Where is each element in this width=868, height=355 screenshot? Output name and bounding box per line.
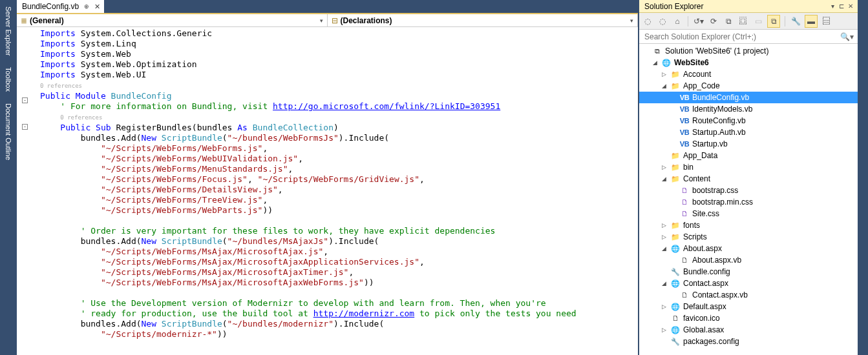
file-contact-aspx-vb[interactable]: 🗋Contact.aspx.vb [639,289,858,301]
server-explorer-tab[interactable]: Server Explorer [5,6,12,56]
properties-button[interactable]: 🔧 [790,15,801,27]
folder-scripts[interactable]: ▷📁Scripts [639,231,858,243]
right-rail [858,0,868,355]
members-label: (Declarations) [341,16,392,25]
file-contact-aspx[interactable]: ◢🌐Contact.aspx [639,278,858,289]
file-packages-config[interactable]: 🔧packages.config [639,336,858,347]
folder-appdata[interactable]: 📁App_Data [639,150,858,161]
collapse-all-button[interactable]: ⧉ [723,15,734,27]
search-icon[interactable]: 🔍▾ [840,32,854,41]
file-favicon[interactable]: 🗋favicon.ico [639,312,858,324]
toolbox-tab[interactable]: Toolbox [5,67,12,92]
file-bootstrap-css[interactable]: 🗋bootstrap.css [639,185,858,196]
panel-title: Solution Explorer [644,2,828,11]
sync-button[interactable]: ↺▾ [693,15,704,27]
solution-explorer-panel: Solution Explorer ▾ ⊏ ✕ ◌ ◌ ⌂ ↺▾ ⟳ ⧉ ⿴ ▭… [638,0,858,355]
file-bundle-config[interactable]: 🔧Bundle.config [639,266,858,278]
view-button[interactable]: ⿳ [821,15,832,27]
editor-area: BundleConfig.vb ⊕ ✕ ≣ (General) ▾ ⊟ (Dec… [17,0,638,355]
file-about-aspx[interactable]: ◢🌐About.aspx [639,243,858,254]
home-button[interactable]: ⌂ [672,15,683,27]
file-global-asax[interactable]: ▷🌐Global.asax [639,324,858,336]
folder-appcode[interactable]: ◢📁App_Code [639,80,858,92]
toggle-button[interactable]: ▬ [805,15,818,28]
close-icon[interactable]: ✕ [94,3,100,11]
back-button[interactable]: ◌ [642,15,653,27]
tab-title: BundleConfig.vb [22,2,79,11]
document-outline-tab[interactable]: Document Outline [5,103,12,160]
project-node[interactable]: ◢🌐WebSite6 [639,57,858,68]
left-sidebar-rail: Server Explorer Toolbox Document Outline [0,0,17,355]
tab-bundleconfig[interactable]: BundleConfig.vb ⊕ ✕ [17,0,104,13]
file-routeconfig[interactable]: VBRouteConfig.vb [639,115,858,127]
chevron-down-icon: ▾ [320,17,323,24]
forward-button[interactable]: ◌ [657,15,668,27]
folder-content[interactable]: ◢📁Content [639,173,858,185]
folder-account[interactable]: ▷📁Account [639,68,858,80]
folder-fonts[interactable]: ▷📁fonts [639,219,858,231]
code-editor[interactable]: - - Imports System.Collections.Generic I… [17,27,638,355]
file-bundleconfig[interactable]: VBBundleConfig.vb [639,92,858,103]
refresh-button[interactable]: ⟳ [708,15,719,27]
preview-button[interactable]: ▭ [752,15,764,27]
pin-icon[interactable]: ⊕ [84,3,89,10]
solution-node[interactable]: ⧉Solution 'WebSite6' (1 project) [639,45,858,57]
show-all-button[interactable]: ⿴ [737,15,749,27]
solution-tree[interactable]: ⧉Solution 'WebSite6' (1 project) ◢🌐WebSi… [639,44,858,355]
solution-explorer-header: Solution Explorer ▾ ⊏ ✕ [639,0,858,13]
scope-label: (General) [30,16,64,25]
file-identitymodels[interactable]: VBIdentityModels.vb [639,103,858,115]
close-icon[interactable]: ✕ [846,3,855,10]
editor-nav-dropdowns: ≣ (General) ▾ ⊟ (Declarations) ▾ [17,13,638,27]
solution-search[interactable]: 🔍▾ [639,30,858,44]
file-bootstrap-min-css[interactable]: 🗋bootstrap.min.css [639,196,858,208]
file-startupauth[interactable]: VBStartup.Auth.vb [639,127,858,138]
scope-dropdown[interactable]: ≣ (General) ▾ [17,14,328,26]
chevron-down-icon: ▾ [630,17,633,24]
solution-toolbar: ◌ ◌ ⌂ ↺▾ ⟳ ⧉ ⿴ ▭ ⧉ 🔧 ▬ ⿳ [639,13,858,30]
members-dropdown[interactable]: ⊟ (Declarations) ▾ [328,14,639,26]
file-startup[interactable]: VBStartup.vb [639,138,858,150]
nest-button[interactable]: ⧉ [767,15,780,28]
search-input[interactable] [643,32,840,42]
file-site-css[interactable]: 🗋Site.css [639,208,858,219]
editor-tabstrip: BundleConfig.vb ⊕ ✕ [17,0,638,13]
window-position-icon[interactable]: ▾ [828,3,837,10]
autohide-icon[interactable]: ⊏ [837,3,846,10]
folder-bin[interactable]: ▷📁bin [639,161,858,173]
file-default-aspx[interactable]: ▷🌐Default.aspx [639,301,858,312]
file-about-aspx-vb[interactable]: 🗋About.aspx.vb [639,254,858,266]
